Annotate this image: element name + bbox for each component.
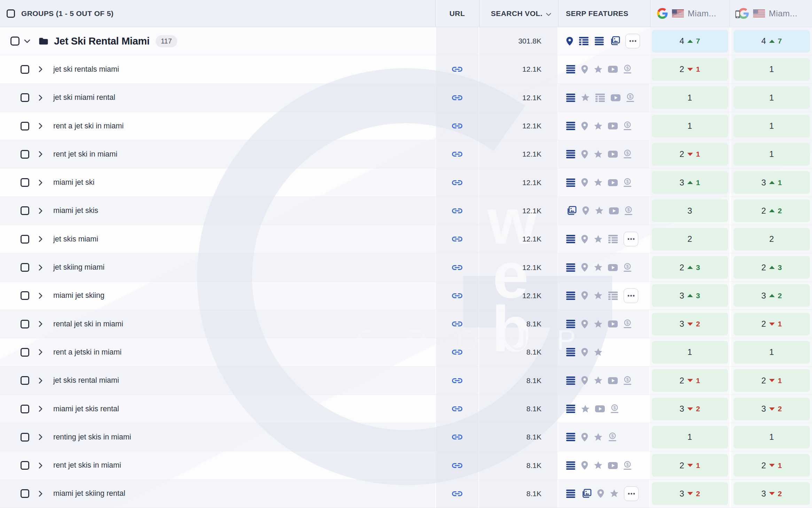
position-change: 1 — [778, 320, 782, 328]
search-vol-column-header[interactable]: SEARCH VOL. — [479, 0, 558, 27]
expand-chevron-icon[interactable] — [39, 123, 42, 129]
serp-more-button[interactable] — [624, 232, 638, 246]
position-cell[interactable]: 1 — [734, 86, 810, 109]
position-cell[interactable]: 23 — [734, 256, 810, 279]
position-cell[interactable]: 31 — [652, 171, 728, 194]
row-checkbox[interactable] — [21, 291, 29, 300]
position-value: 2 — [679, 461, 684, 470]
row-checkbox[interactable] — [21, 93, 29, 102]
expand-chevron-icon[interactable] — [39, 95, 42, 101]
serp-feature-list-icon — [566, 94, 576, 102]
url-link-icon[interactable] — [451, 66, 463, 73]
position-cell[interactable]: 1 — [652, 426, 728, 449]
url-link-icon[interactable] — [451, 377, 463, 384]
select-all-checkbox[interactable] — [7, 9, 15, 18]
serp-feature-video-icon — [608, 151, 618, 158]
row-checkbox[interactable] — [21, 461, 29, 470]
position-cell[interactable]: 3 — [652, 199, 728, 222]
serp-more-button[interactable] — [624, 288, 638, 303]
position-cell[interactable]: 21 — [652, 58, 728, 81]
row-checkbox[interactable] — [21, 489, 29, 498]
position-cell[interactable]: 1 — [734, 143, 810, 166]
url-link-icon[interactable] — [451, 207, 463, 214]
url-link-icon[interactable] — [451, 179, 463, 186]
expand-chevron-icon[interactable] — [39, 321, 42, 327]
position-cell[interactable]: 1 — [652, 86, 728, 109]
url-link-icon[interactable] — [451, 122, 463, 129]
keyword-row: rental jet ski in miami 8.1K $ 32 21 — [0, 310, 812, 338]
url-link-icon[interactable] — [451, 434, 463, 440]
row-checkbox[interactable] — [21, 433, 29, 442]
row-checkbox[interactable] — [21, 150, 29, 159]
url-link-icon[interactable] — [451, 236, 463, 243]
position-cell[interactable]: 33 — [652, 284, 728, 307]
expand-chevron-icon[interactable] — [39, 264, 42, 271]
expand-chevron-icon[interactable] — [39, 208, 42, 214]
expand-chevron-icon[interactable] — [39, 349, 42, 355]
row-checkbox[interactable] — [21, 178, 29, 187]
url-link-icon[interactable] — [451, 151, 463, 158]
row-checkbox[interactable] — [21, 206, 29, 215]
position-cell[interactable]: 21 — [652, 454, 728, 477]
position-cell[interactable]: 21 — [652, 369, 728, 392]
position-cell[interactable]: 2 — [734, 228, 810, 251]
position-cell[interactable]: 1 — [734, 426, 810, 449]
position-cell[interactable]: 47 — [734, 30, 810, 53]
position-cell[interactable]: 32 — [734, 482, 810, 505]
row-checkbox[interactable] — [21, 376, 29, 385]
position-cell[interactable]: 1 — [734, 58, 810, 81]
serp-more-button[interactable] — [625, 34, 640, 48]
url-link-icon[interactable] — [451, 349, 463, 356]
position-cell[interactable]: 1 — [652, 115, 728, 137]
row-checkbox[interactable] — [21, 263, 29, 272]
row-checkbox[interactable] — [21, 320, 29, 328]
position-cell[interactable]: 21 — [652, 143, 728, 166]
expand-chevron-icon[interactable] — [39, 491, 42, 497]
position-cell[interactable]: 23 — [652, 256, 728, 279]
expand-chevron-icon[interactable] — [39, 293, 42, 299]
tracking-column-header-desktop[interactable]: Miam... — [650, 0, 729, 27]
expand-chevron-icon[interactable] — [39, 236, 42, 242]
collapse-chevron-icon[interactable] — [24, 39, 30, 43]
position-value: 1 — [687, 347, 692, 357]
position-cell[interactable]: 32 — [734, 284, 810, 307]
position-cell[interactable]: 32 — [734, 398, 810, 420]
expand-chevron-icon[interactable] — [39, 66, 42, 72]
expand-chevron-icon[interactable] — [39, 434, 42, 440]
serp-feature-pin-icon — [581, 432, 588, 442]
position-cell[interactable]: 1 — [652, 341, 728, 364]
position-cell[interactable]: 21 — [734, 454, 810, 477]
serp-more-button[interactable] — [624, 486, 639, 501]
expand-chevron-icon[interactable] — [39, 462, 42, 469]
position-cell[interactable]: 47 — [652, 30, 728, 53]
tracking-column-header-mobile[interactable]: Miam... — [731, 0, 812, 27]
row-checkbox[interactable] — [21, 65, 29, 74]
position-change: 2 — [696, 405, 700, 413]
position-cell[interactable]: 31 — [734, 171, 810, 194]
url-link-icon[interactable] — [451, 405, 463, 412]
url-link-icon[interactable] — [451, 94, 463, 101]
row-checkbox[interactable] — [21, 405, 29, 413]
position-cell[interactable]: 32 — [652, 398, 728, 420]
expand-chevron-icon[interactable] — [39, 378, 42, 384]
position-cell[interactable]: 21 — [734, 369, 810, 392]
position-cell[interactable]: 22 — [734, 199, 810, 222]
row-checkbox[interactable] — [21, 122, 29, 130]
url-link-icon[interactable] — [451, 462, 463, 469]
url-link-icon[interactable] — [451, 264, 463, 271]
url-link-icon[interactable] — [451, 320, 463, 327]
row-checkbox[interactable] — [21, 235, 29, 244]
row-checkbox[interactable] — [21, 348, 29, 357]
url-link-icon[interactable] — [451, 490, 463, 497]
expand-chevron-icon[interactable] — [39, 180, 42, 186]
position-cell[interactable]: 1 — [734, 341, 810, 364]
position-cell[interactable]: 2 — [652, 228, 728, 251]
position-cell[interactable]: 32 — [652, 482, 728, 505]
expand-chevron-icon[interactable] — [39, 406, 42, 412]
position-cell[interactable]: 1 — [734, 115, 810, 137]
group-checkbox[interactable] — [10, 37, 19, 46]
position-cell[interactable]: 32 — [652, 313, 728, 335]
expand-chevron-icon[interactable] — [39, 151, 42, 157]
position-cell[interactable]: 21 — [734, 313, 810, 335]
url-link-icon[interactable] — [451, 292, 463, 299]
